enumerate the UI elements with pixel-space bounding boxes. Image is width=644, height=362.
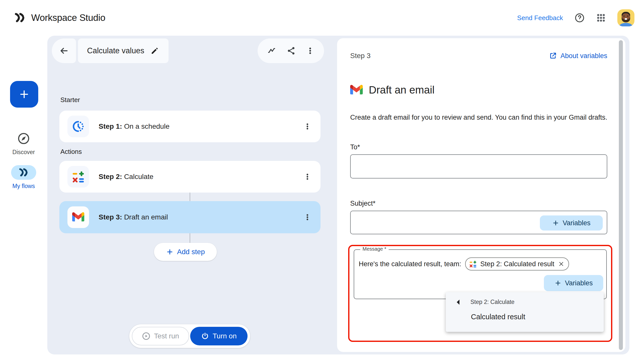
test-run-label: Test run	[154, 332, 179, 340]
dropdown-header-label: Step 2: Calculate	[470, 299, 514, 305]
external-link-icon	[549, 52, 557, 60]
plus-icon	[18, 88, 30, 100]
power-icon	[201, 332, 209, 340]
compass-icon	[11, 131, 36, 146]
dropdown-item-calculated-result[interactable]: Calculated result	[471, 313, 525, 321]
editor-scrollbar[interactable]	[619, 40, 623, 350]
step-card-2[interactable]: Step 2: Calculate	[59, 161, 320, 193]
back-button[interactable]	[52, 38, 76, 63]
add-step-label: Add step	[177, 248, 205, 256]
step-heading: Step 3	[350, 52, 371, 60]
sidebar-item-discover[interactable]: Discover	[0, 131, 47, 156]
step-menu-icon[interactable]	[303, 122, 311, 130]
plus-icon	[166, 248, 174, 256]
variables-label: Variables	[563, 219, 591, 227]
editor-header: Step 3 About variables	[350, 52, 607, 60]
send-feedback-link[interactable]: Send Feedback	[517, 14, 563, 22]
step-label: Step 3: Draft an email	[99, 213, 168, 221]
starter-section-label: Starter	[60, 96, 80, 104]
message-field-label: Message *	[360, 246, 389, 252]
flow-action-bar: Test run Turn on	[129, 324, 250, 348]
about-variables-label: About variables	[560, 52, 607, 60]
action-title: Draft an email	[369, 84, 434, 96]
calculate-icon	[67, 166, 89, 188]
back-triangle-icon	[456, 299, 460, 305]
flow-workspace: Calculate values Starter	[47, 36, 629, 354]
activity-icon[interactable]	[267, 46, 277, 56]
subject-input[interactable]: Variables	[350, 211, 607, 234]
editor-title-row: Draft an email	[350, 84, 434, 96]
step-card-1[interactable]: Step 1: On a schedule	[59, 111, 320, 142]
flow-title: Calculate values	[87, 46, 144, 55]
test-run-button[interactable]: Test run	[132, 327, 189, 345]
plus-icon	[552, 219, 559, 227]
top-bar: Workspace Studio Send Feedback	[0, 0, 644, 36]
subject-field-label: Subject*	[350, 200, 376, 207]
variables-label: Variables	[565, 279, 593, 287]
topbar-actions: Send Feedback	[517, 9, 634, 26]
step-card-3-selected[interactable]: Step 3: Draft an email	[59, 201, 320, 233]
step-label: Step 2: Calculate	[99, 173, 153, 181]
schedule-icon	[67, 116, 89, 137]
play-circle-icon	[142, 332, 150, 340]
left-rail: Discover My flows	[0, 36, 47, 362]
add-step-button[interactable]: Add step	[154, 243, 217, 261]
subject-variables-button[interactable]: Variables	[540, 215, 603, 231]
variables-dropdown: Step 2: Calculate Calculated result	[446, 292, 604, 332]
edit-title-pencil-icon[interactable]	[151, 47, 159, 55]
dropdown-back-header[interactable]: Step 2: Calculate	[456, 299, 514, 305]
sidebar-item-my-flows[interactable]: My flows	[0, 165, 47, 190]
app-title: Workspace Studio	[31, 13, 105, 23]
step-connector	[190, 193, 190, 201]
sidebar-item-label: Discover	[12, 149, 35, 156]
new-flow-button[interactable]	[10, 81, 38, 108]
flow-toolbar	[258, 38, 324, 63]
message-input[interactable]: Message * Here's the calculated result, …	[354, 249, 607, 299]
help-icon[interactable]	[575, 13, 585, 23]
to-input[interactable]	[350, 154, 607, 178]
step-connector	[190, 233, 190, 243]
actions-section-label: Actions	[60, 148, 82, 156]
variable-chip-label: Step 2: Calculated result	[480, 260, 554, 268]
sidebar-item-label: My flows	[12, 183, 35, 190]
to-field-label: To*	[350, 143, 360, 151]
gmail-icon	[350, 85, 363, 95]
workspace-studio-logo-icon	[14, 13, 26, 23]
calculate-icon	[469, 260, 477, 268]
apps-grid-icon[interactable]	[596, 13, 606, 23]
back-arrow-icon	[59, 46, 69, 56]
turn-on-button[interactable]: Turn on	[190, 327, 248, 345]
close-icon[interactable]	[558, 261, 565, 267]
about-variables-link[interactable]: About variables	[549, 52, 607, 60]
avatar[interactable]	[617, 9, 634, 26]
turn-on-label: Turn on	[213, 332, 236, 340]
more-options-icon[interactable]	[306, 47, 314, 55]
gmail-icon	[67, 206, 89, 228]
plus-icon	[554, 280, 561, 287]
action-description: Create a draft email for you to review a…	[350, 112, 613, 123]
flows-icon	[11, 165, 36, 180]
variable-chip[interactable]: Step 2: Calculated result	[465, 257, 569, 270]
step-label: Step 1: On a schedule	[99, 122, 170, 130]
message-text: Here's the calculated result, team:	[359, 260, 461, 268]
share-icon[interactable]	[287, 46, 296, 56]
message-variables-button[interactable]: Variables	[544, 275, 603, 291]
flow-title-bar: Calculate values	[78, 38, 169, 63]
step-menu-icon[interactable]	[303, 213, 311, 221]
message-content: Here's the calculated result, team:	[359, 257, 569, 270]
step-editor-panel: Step 3 About variables	[337, 38, 625, 352]
step-menu-icon[interactable]	[303, 173, 311, 181]
